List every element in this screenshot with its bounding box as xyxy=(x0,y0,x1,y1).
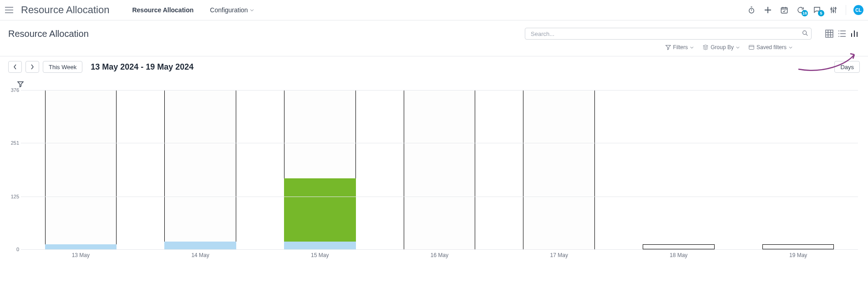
x-tick-label: 19 May xyxy=(738,249,858,258)
chart-column xyxy=(380,90,499,249)
chevron-left-icon xyxy=(13,64,17,70)
chat-badge: 5 xyxy=(818,10,824,16)
svg-point-4 xyxy=(835,8,836,9)
bar-stack[interactable] xyxy=(164,90,236,249)
chart-columns xyxy=(21,90,858,249)
settings-sliders-button[interactable] xyxy=(828,5,838,15)
svg-rect-6 xyxy=(826,30,833,37)
view-grid-button[interactable] xyxy=(824,29,834,39)
bar-segment-outline xyxy=(284,90,356,178)
saved-filters-label: Saved filters xyxy=(756,44,787,50)
chart-x-axis: 13 May14 May15 May16 May17 May18 May19 M… xyxy=(21,249,858,258)
layers-icon xyxy=(703,45,708,50)
chart: 0125251376 xyxy=(21,90,858,249)
chart-column xyxy=(21,90,141,249)
view-list-button[interactable] xyxy=(837,29,847,39)
next-button[interactable] xyxy=(25,61,39,73)
filters-dropdown[interactable]: Filters xyxy=(665,44,694,50)
bar-stack[interactable] xyxy=(762,244,834,249)
grid-line xyxy=(21,249,858,250)
svg-rect-1 xyxy=(781,8,787,13)
search-button[interactable] xyxy=(802,30,809,37)
add-button[interactable] xyxy=(763,5,773,15)
chevron-down-icon xyxy=(250,9,254,11)
view-switch xyxy=(824,29,860,39)
sliders-icon xyxy=(829,6,838,14)
saved-filters-icon xyxy=(749,45,754,50)
funnel-icon xyxy=(665,45,671,50)
date-range: 13 May 2024 - 19 May 2024 xyxy=(91,62,193,72)
chart-column xyxy=(738,90,858,249)
menu-button[interactable] xyxy=(3,4,15,16)
svg-rect-10 xyxy=(749,45,754,50)
grid-line xyxy=(21,90,858,91)
grid-icon xyxy=(825,30,833,38)
bar-segment-outline xyxy=(45,90,117,244)
tab-label: Resource Allocation xyxy=(132,6,193,14)
bar-chart-icon xyxy=(850,29,859,38)
bar-segment-blue xyxy=(45,244,117,249)
this-week-button[interactable]: This Week xyxy=(43,61,82,73)
grid-line xyxy=(21,197,858,197)
this-week-label: This Week xyxy=(49,64,76,71)
top-icon-bar: 16 5 CL xyxy=(746,5,863,15)
svg-point-9 xyxy=(838,36,839,37)
days-button[interactable]: Days xyxy=(834,61,860,73)
x-tick-label: 16 May xyxy=(380,249,499,258)
svg-point-3 xyxy=(833,10,834,12)
chart-column xyxy=(260,90,380,249)
bar-segment-green xyxy=(284,178,356,242)
refresh-button[interactable]: 16 xyxy=(796,5,806,15)
calendar-check-button[interactable] xyxy=(779,5,789,15)
x-tick-label: 15 May xyxy=(260,249,380,258)
calendar-check-icon xyxy=(780,6,788,14)
list-icon xyxy=(838,30,846,38)
y-tick-label: 251 xyxy=(7,140,19,146)
chart-area: 0125251376 13 May14 May15 May16 May17 Ma… xyxy=(0,77,868,258)
bar-stack[interactable] xyxy=(643,244,715,249)
tab-resource-allocation[interactable]: Resource Allocation xyxy=(126,0,200,20)
timer-button[interactable] xyxy=(746,5,756,15)
grid-line xyxy=(21,143,858,143)
group-by-label: Group By xyxy=(711,44,734,50)
bar-segment-outline xyxy=(164,90,236,242)
stopwatch-icon xyxy=(747,6,756,14)
group-by-dropdown[interactable]: Group By xyxy=(703,44,740,50)
chart-column xyxy=(499,90,619,249)
hamburger-icon xyxy=(5,7,13,13)
bar-stack[interactable] xyxy=(523,90,595,249)
x-tick-label: 17 May xyxy=(499,249,619,258)
tab-configuration[interactable]: Configuration xyxy=(203,0,260,20)
bar-segment-outline xyxy=(643,244,715,249)
view-chart-button[interactable] xyxy=(850,29,860,39)
x-tick-label: 14 May xyxy=(141,249,260,258)
chart-filter-button[interactable] xyxy=(17,81,24,87)
app-title: Resource Allocation xyxy=(21,4,109,16)
search-wrap xyxy=(525,28,812,40)
x-tick-label: 13 May xyxy=(21,249,141,258)
chart-column xyxy=(619,90,739,249)
funnel-icon xyxy=(17,81,24,87)
y-tick-label: 376 xyxy=(7,87,19,93)
search-input[interactable] xyxy=(525,28,812,40)
chevron-down-icon xyxy=(690,46,694,49)
bar-stack[interactable] xyxy=(45,90,117,249)
svg-point-2 xyxy=(831,8,832,10)
filters-label: Filters xyxy=(673,44,688,50)
bar-stack[interactable] xyxy=(284,90,356,249)
y-tick-label: 0 xyxy=(7,247,19,252)
bar-segment-outline xyxy=(762,244,834,249)
bar-stack[interactable] xyxy=(404,90,476,249)
chevron-down-icon xyxy=(736,46,740,49)
chart-toolbar: This Week 13 May 2024 - 19 May 2024 Days xyxy=(0,56,868,77)
divider xyxy=(846,5,846,15)
svg-point-5 xyxy=(803,31,807,35)
svg-point-7 xyxy=(838,30,839,31)
chat-button[interactable]: 5 xyxy=(812,5,822,15)
app-topbar: Resource Allocation Resource Allocation … xyxy=(0,0,868,20)
saved-filters-dropdown[interactable]: Saved filters xyxy=(749,44,792,50)
avatar[interactable]: CL xyxy=(853,5,863,15)
days-label: Days xyxy=(840,64,854,71)
prev-button[interactable] xyxy=(8,61,22,73)
plus-icon xyxy=(764,6,772,14)
